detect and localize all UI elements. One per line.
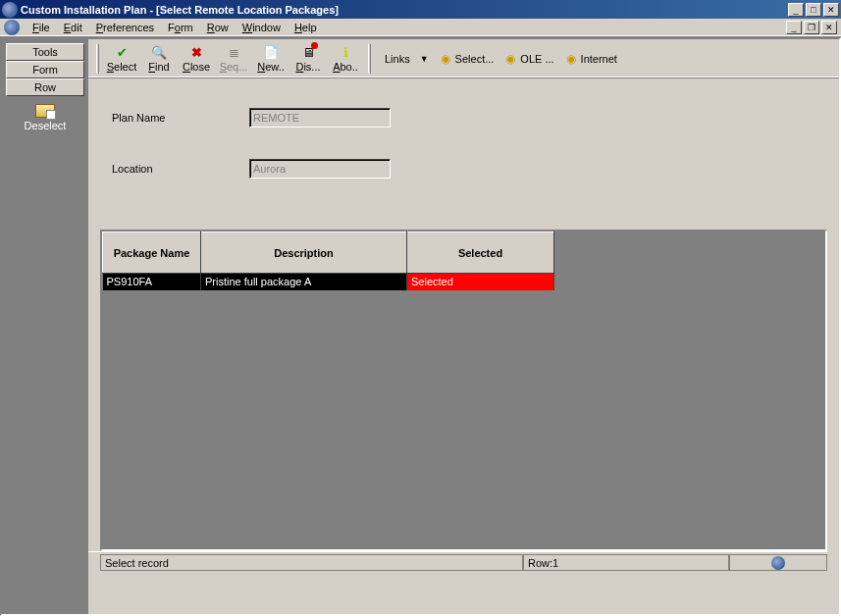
tool-seq: ≣Seq... — [215, 41, 252, 77]
link-ole-label: OLE ... — [520, 53, 553, 65]
col-package-name[interactable]: Package Name — [103, 232, 201, 274]
close-window-button[interactable]: ✕ — [823, 3, 839, 17]
menu-form[interactable]: Form — [161, 20, 200, 35]
tool-find[interactable]: 🔍Find — [140, 41, 178, 77]
seq-icon: ≣ — [226, 44, 241, 60]
maximize-button[interactable]: □ — [806, 3, 821, 17]
menu-window[interactable]: Window — [236, 20, 288, 35]
data-grid[interactable]: Package Name Description Selected PS910F… — [102, 231, 825, 290]
link-internet[interactable]: ◉Internet — [564, 52, 617, 66]
link-select-icon: ◉ — [439, 52, 452, 66]
tool-select[interactable]: ✔Select — [103, 41, 140, 77]
app-icon — [2, 2, 18, 18]
col-selected[interactable]: Selected — [407, 232, 554, 274]
window-title: Custom Installation Plan - [Select Remot… — [21, 4, 788, 16]
menu-row[interactable]: Row — [200, 20, 236, 35]
toolbar-grip-2 — [368, 44, 371, 74]
client-area: Tools Form Row Deselect ✔Select 🔍Find ✖C… — [0, 37, 841, 616]
app-menu-icon[interactable] — [4, 20, 20, 35]
minimize-button[interactable]: _ — [788, 3, 804, 17]
tool-new[interactable]: 📄New.. — [252, 41, 289, 77]
links-area: Links ▼ ◉Select... ◉OLE ... ◉Internet — [385, 52, 617, 66]
table-row[interactable]: PS910FA Pristine full package A Selected — [103, 274, 826, 290]
sidetab-row[interactable]: Row — [6, 78, 84, 96]
tool-abo[interactable]: ℹAbo.. — [327, 41, 364, 77]
side-action-label: Deselect — [25, 120, 67, 131]
mdi-minimize-button[interactable]: _ — [786, 21, 802, 34]
deselect-icon — [35, 104, 55, 118]
links-label: Links — [385, 53, 410, 65]
new-icon: 📄 — [263, 44, 279, 60]
mdi-restore-button[interactable]: ❐ — [804, 21, 819, 34]
side-tabs: Tools Form Row — [6, 43, 84, 96]
cell-package-name: PS910FA — [103, 274, 201, 290]
cell-description: Pristine full package A — [201, 274, 407, 290]
location-label: Location — [112, 163, 249, 175]
status-bar: Select record Row:1 — [88, 551, 827, 571]
title-bar: Custom Installation Plan - [Select Remot… — [0, 0, 841, 19]
menu-file[interactable]: File — [26, 20, 57, 35]
check-icon: ✔ — [114, 44, 130, 60]
col-description[interactable]: Description — [201, 232, 407, 274]
link-select-label: Select... — [455, 53, 495, 65]
link-internet-label: Internet — [581, 53, 617, 65]
mdi-buttons: _ ❐ ✕ — [786, 21, 837, 34]
status-row: Row:1 — [523, 554, 729, 571]
menu-edit[interactable]: Edit — [57, 20, 89, 35]
grid-panel: Package Name Description Selected PS910F… — [100, 230, 827, 551]
globe-icon — [771, 556, 785, 570]
side-action-deselect[interactable]: Deselect — [6, 104, 84, 131]
form-area: Plan Name Location — [88, 78, 839, 230]
form-row-location: Location — [112, 159, 815, 179]
side-panel: Tools Form Row Deselect — [2, 39, 88, 614]
abo-icon: ℹ — [338, 44, 353, 60]
toolbar-grip — [96, 44, 99, 74]
sidetab-form[interactable]: Form — [6, 61, 84, 78]
cell-selected: Selected — [407, 274, 554, 290]
tool-dis[interactable]: 🖥Dis... — [289, 41, 327, 77]
link-internet-icon: ◉ — [564, 52, 578, 66]
location-field[interactable] — [249, 159, 391, 179]
form-row-plan-name: Plan Name — [112, 108, 815, 128]
close-icon: ✖ — [188, 44, 204, 60]
window-buttons: _ □ ✕ — [788, 3, 839, 17]
plan-name-field[interactable] — [249, 108, 391, 128]
menu-help[interactable]: Help — [288, 20, 324, 35]
main-area: ✔Select 🔍Find ✖Close ≣Seq... 📄New.. 🖥Dis… — [88, 39, 839, 614]
status-globe — [729, 554, 827, 571]
tool-close[interactable]: ✖Close — [178, 41, 215, 77]
menu-preferences[interactable]: Preferences — [89, 20, 161, 35]
link-ole[interactable]: ◉OLE ... — [503, 52, 553, 66]
dis-icon: 🖥 — [300, 44, 316, 60]
mdi-close-button[interactable]: ✕ — [821, 21, 837, 34]
links-dropdown-icon[interactable]: ▼ — [420, 54, 429, 64]
link-ole-icon: ◉ — [503, 52, 517, 66]
menu-bar: File Edit Preferences Form Row Window He… — [0, 19, 841, 37]
find-icon: 🔍 — [151, 44, 167, 60]
plan-name-label: Plan Name — [112, 112, 249, 124]
sidetab-tools[interactable]: Tools — [6, 43, 84, 61]
toolbar: ✔Select 🔍Find ✖Close ≣Seq... 📄New.. 🖥Dis… — [88, 39, 839, 78]
link-select[interactable]: ◉Select... — [439, 52, 495, 66]
status-message: Select record — [100, 554, 523, 571]
